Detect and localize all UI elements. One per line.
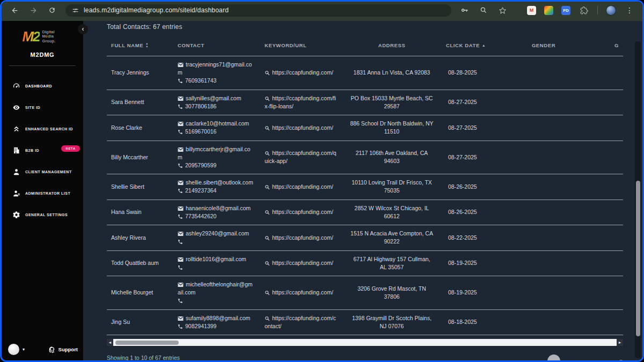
star-icon <box>499 6 507 14</box>
cell-extra <box>586 259 623 268</box>
table-row[interactable]: Tracy Jenningstracyjennings71@gmail.com7… <box>107 56 623 90</box>
envelope-icon <box>178 205 186 211</box>
phone-icon <box>178 187 185 194</box>
gear-icon <box>12 211 20 219</box>
table-row[interactable]: Michelle Bourgetmichelleofthelonghair@gm… <box>107 276 623 310</box>
sidebar-nav: DASHBOARDSITE IDENHANCED SEARCH IDB2B ID… <box>2 78 83 223</box>
cell-gender <box>502 208 586 217</box>
phone-icon <box>178 162 185 168</box>
cell-click-date: 08-19-2025 <box>442 255 502 271</box>
cell-extra <box>586 153 623 161</box>
cell-click-date: 08-28-2025 <box>442 64 502 81</box>
extensions-puzzle-button[interactable] <box>579 5 589 16</box>
hscroll-left-arrow[interactable]: ◄ <box>107 339 113 346</box>
reload-icon <box>48 6 56 14</box>
key-icon <box>460 6 469 14</box>
column-header-click-date[interactable]: CLICK DATE▲ <box>442 42 502 48</box>
pagination-next-icon[interactable]: » <box>619 357 623 360</box>
forward-arrow-icon <box>30 6 38 14</box>
hscroll-right-arrow[interactable]: ► <box>617 339 623 346</box>
extension-fd[interactable]: FD <box>561 6 570 15</box>
extension-m[interactable]: M <box>527 6 536 15</box>
cell-keyword-url: https://ccapfunding.com/ <box>260 120 342 136</box>
table-header-row: FULL NAME▲▼CONTACTKEYWORD/URLADDRESSCLIC… <box>107 31 623 56</box>
hscroll-thumb[interactable] <box>115 341 179 345</box>
table-row[interactable]: Ashley Riveraashley29240@gmail.comhttps:… <box>107 225 623 250</box>
column-header-full-name[interactable]: FULL NAME▲▼ <box>107 42 173 48</box>
cell-click-date: 08-26-2025 <box>442 179 502 195</box>
profile-avatar[interactable] <box>606 5 616 16</box>
cell-full-name: Tracy Jennings <box>107 64 173 81</box>
cell-extra <box>586 182 623 191</box>
table-row[interactable]: Billy Mccartherbillymccartherjr@gmail.co… <box>107 141 623 175</box>
envelope-icon <box>178 315 186 321</box>
site-settings-icon <box>72 7 79 14</box>
cell-click-date: 08-22-2025 <box>442 230 502 246</box>
extension-colorpicker[interactable] <box>544 6 553 15</box>
cell-gender <box>502 233 586 242</box>
back-button[interactable] <box>9 5 20 16</box>
table-row[interactable]: Sara Bennettsallynilles@gmail.com3077806… <box>107 90 623 115</box>
cell-keyword-url: https://ccapfunding.com/contact/ <box>260 310 342 335</box>
vscroll-thumb[interactable] <box>636 181 640 336</box>
table-row[interactable]: Rose Clarkecaclarke10@hotmail.com5169670… <box>107 115 623 141</box>
browser-menu-button[interactable]: ⋮ <box>624 5 635 16</box>
sort-icon: ▲▼ <box>145 42 149 48</box>
browser-chrome: leads.m2digitalmediagroup.com/siteid/das… <box>2 2 642 21</box>
bookmark-star-button[interactable] <box>497 5 508 16</box>
column-header-address: ADDRESS <box>342 42 442 48</box>
url-text: leads.m2digitalmediagroup.com/siteid/das… <box>84 6 229 14</box>
cell-contact: ashley29240@gmail.com <box>173 225 260 250</box>
sidebar-item-label: DASHBOARD <box>25 84 52 88</box>
phone-icon <box>178 238 185 245</box>
sidebar-item-site-id[interactable]: SITE ID <box>2 99 83 116</box>
caret-down-icon[interactable]: ▾ <box>23 347 25 352</box>
table-row[interactable]: Hana Swainhanaenicole8@gmail.com77354426… <box>107 200 623 225</box>
horizontal-scrollbar[interactable]: ◄ ► <box>107 339 623 346</box>
zoom-button[interactable] <box>478 5 489 16</box>
user-avatar[interactable] <box>8 344 19 355</box>
envelope-icon <box>178 281 186 287</box>
headset-icon <box>48 346 56 353</box>
sidebar-collapse-button[interactable]: ‹ <box>78 24 88 34</box>
cell-full-name: Ashley Rivera <box>107 230 173 246</box>
cell-extra <box>586 123 623 132</box>
envelope-icon <box>178 256 186 262</box>
phone-icon <box>178 103 185 109</box>
sidebar-item-client-management[interactable]: CLIENT MANAGEMENT <box>2 164 83 180</box>
passwords-key-icon[interactable] <box>459 5 470 16</box>
cell-keyword-url: https://ccapfunding.com/ <box>260 204 342 220</box>
back-arrow-icon <box>11 6 19 14</box>
chrome-right-icons: M FD ⋮ <box>459 5 635 16</box>
forward-button[interactable] <box>28 5 39 16</box>
search-icon <box>265 124 272 131</box>
cell-extra <box>586 233 623 242</box>
sidebar-item-enhanced-search-id[interactable]: ENHANCED SEARCH ID <box>2 121 83 137</box>
pagination-page-button[interactable] <box>547 354 560 360</box>
vertical-scrollbar[interactable] <box>635 41 641 358</box>
cell-address: 1831 Anna Ln Vista, CA 92083 <box>342 64 442 81</box>
sidebar-item-b2b-id[interactable]: B2B IDBETA <box>2 142 83 159</box>
cell-contact: billymccartherjr@gmail.com2095790599 <box>173 141 260 174</box>
address-bar[interactable]: leads.m2digitalmediagroup.com/siteid/das… <box>65 4 451 17</box>
table-body: Tracy Jenningstracyjennings71@gmail.com7… <box>107 56 623 335</box>
reload-button[interactable] <box>47 5 57 16</box>
sidebar-item-administrator-list[interactable]: ADMINISTRATOR LIST <box>2 185 83 202</box>
dots-vertical-icon: ⋮ <box>626 6 633 14</box>
table-row[interactable]: Shellie Sibertshellie.sibert@outlook.com… <box>107 174 623 200</box>
support-button[interactable]: Support <box>48 346 78 353</box>
sidebar-item-general-settings[interactable]: GENERAL SETTINGS <box>2 206 83 223</box>
phone-icon <box>178 297 185 304</box>
cell-address: 1398 Graymill Dr Scotch Plains, NJ 07076 <box>342 310 442 335</box>
cell-contact: shellie.sibert@outlook.com2149237364 <box>173 174 260 199</box>
cell-keyword-url: https://ccapfunding.com/ <box>260 230 342 246</box>
cell-full-name: Billy Mccarther <box>107 149 173 166</box>
sidebar-item-label: ENHANCED SEARCH ID <box>25 127 73 131</box>
sidebar-item-label: GENERAL SETTINGS <box>25 213 68 217</box>
table-row[interactable]: Jing Susufamily8898@gmail.com9082941399h… <box>107 310 623 335</box>
table-row[interactable]: Todd Quattleb aumrolltide1016@gmail.comh… <box>107 251 623 276</box>
cell-click-date: 08-27-2025 <box>442 94 502 110</box>
sidebar-item-dashboard[interactable]: DASHBOARD <box>2 78 83 94</box>
support-label: Support <box>58 346 78 352</box>
cell-click-date: 08-18-2025 <box>442 314 502 330</box>
